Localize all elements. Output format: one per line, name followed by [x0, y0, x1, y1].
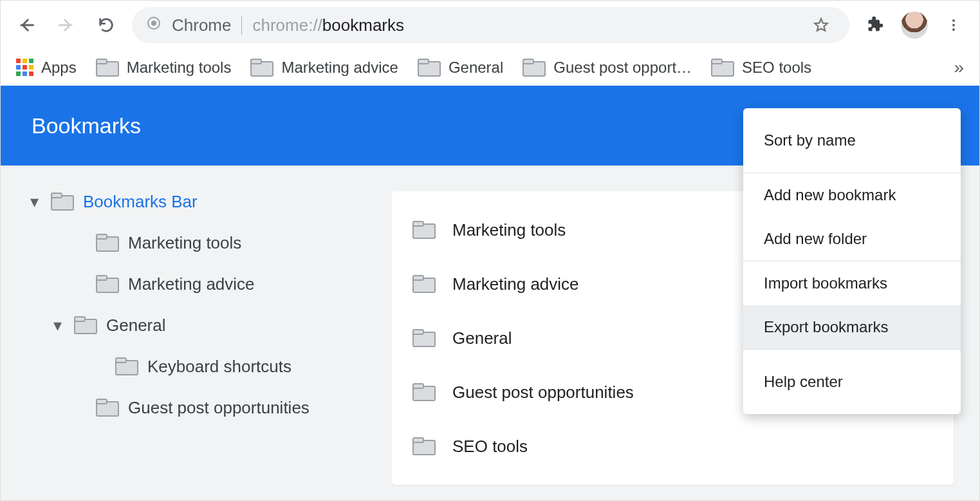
tree-item[interactable]: Marketing advice — [1, 263, 392, 305]
organize-menu: Sort by name Add new bookmark Add new fo… — [743, 108, 961, 414]
list-label: Marketing tools — [452, 220, 566, 240]
folder-icon — [412, 274, 436, 294]
bookmark-label: Marketing tools — [127, 59, 232, 77]
tree-item[interactable]: Keyboard shortcuts — [1, 346, 392, 387]
chevron-down-icon[interactable]: ▾ — [26, 192, 42, 212]
apps-icon — [16, 59, 33, 76]
back-button[interactable] — [12, 11, 41, 39]
bookmark-label: Guest post opport… — [553, 59, 692, 77]
bookmark-folder[interactable]: SEO tools — [711, 58, 811, 77]
extensions-icon[interactable] — [861, 11, 889, 39]
bookmark-folder[interactable]: Marketing tools — [96, 58, 232, 77]
page-title: Bookmarks — [32, 113, 141, 138]
folder-icon — [115, 357, 138, 376]
bookmark-label: General — [448, 59, 503, 77]
address-bar[interactable]: Chrome chrome://bookmarks — [132, 7, 849, 43]
profile-avatar[interactable] — [901, 12, 928, 39]
tree-label: Guest post opportunities — [128, 398, 310, 418]
menu-help-center[interactable]: Help center — [743, 350, 961, 414]
chevron-down-icon[interactable]: ▾ — [50, 316, 65, 336]
list-item[interactable]: SEO tools — [392, 419, 954, 473]
tree-root-bookmarks-bar[interactable]: ▾ Bookmarks Bar — [1, 181, 392, 222]
reload-button[interactable] — [92, 11, 120, 39]
folder-icon — [412, 220, 436, 240]
bookmark-folder[interactable]: General — [418, 58, 503, 77]
tree-item[interactable]: Guest post opportunities — [1, 387, 392, 428]
tree-label: Marketing advice — [128, 274, 255, 294]
list-label: Marketing advice — [452, 274, 579, 294]
menu-sort-by-name[interactable]: Sort by name — [743, 108, 961, 173]
folder-icon — [412, 328, 436, 348]
menu-export-bookmarks[interactable]: Export bookmarks — [743, 305, 961, 349]
apps-label: Apps — [41, 59, 77, 77]
bookmark-star-icon[interactable] — [807, 11, 835, 39]
tree-label: General — [106, 316, 166, 336]
sidebar-tree: ▾ Bookmarks Bar Marketing tools Marketin… — [1, 165, 392, 501]
bookmark-label: Marketing advice — [281, 59, 398, 77]
svg-point-3 — [151, 21, 156, 26]
bookmarks-overflow-icon[interactable]: » — [954, 57, 964, 78]
omnibox-divider — [241, 15, 242, 35]
bookmark-label: SEO tools — [742, 59, 811, 77]
bookmarks-bar: Apps Marketing tools Marketing advice Ge… — [1, 50, 979, 86]
svg-point-5 — [952, 24, 955, 26]
menu-add-bookmark[interactable]: Add new bookmark — [743, 173, 961, 217]
bookmark-folder[interactable]: Guest post opport… — [522, 58, 692, 77]
folder-icon — [418, 58, 441, 77]
folder-icon — [96, 274, 119, 294]
menu-import-bookmarks[interactable]: Import bookmarks — [743, 261, 961, 305]
list-label: General — [452, 328, 512, 348]
browser-menu-icon[interactable] — [939, 11, 968, 39]
folder-icon — [96, 233, 119, 252]
url-text: chrome://bookmarks — [252, 15, 404, 35]
list-label: Guest post opportunities — [452, 383, 634, 402]
folder-icon — [51, 192, 74, 211]
svg-point-6 — [952, 28, 955, 31]
browser-toolbar: Chrome chrome://bookmarks — [1, 1, 979, 50]
folder-icon — [96, 398, 119, 417]
bookmark-folder[interactable]: Marketing advice — [250, 58, 398, 77]
tree-item[interactable]: Marketing tools — [1, 222, 392, 263]
menu-add-folder[interactable]: Add new folder — [743, 217, 961, 261]
folder-icon — [250, 58, 273, 77]
tree-label: Bookmarks Bar — [83, 192, 198, 212]
forward-button[interactable] — [52, 11, 80, 39]
folder-icon — [96, 58, 119, 77]
folder-icon — [412, 437, 436, 456]
svg-point-4 — [952, 19, 955, 22]
folder-icon — [711, 58, 734, 77]
site-label: Chrome — [172, 15, 231, 35]
site-info-icon[interactable] — [146, 15, 162, 35]
apps-shortcut[interactable]: Apps — [16, 59, 77, 77]
folder-icon — [74, 316, 97, 335]
folder-icon — [522, 58, 546, 77]
tree-label: Marketing tools — [128, 233, 241, 253]
tree-label: Keyboard shortcuts — [147, 357, 291, 377]
folder-icon — [412, 383, 436, 402]
list-label: SEO tools — [452, 437, 528, 457]
tree-item-general[interactable]: ▾ General — [1, 305, 392, 346]
